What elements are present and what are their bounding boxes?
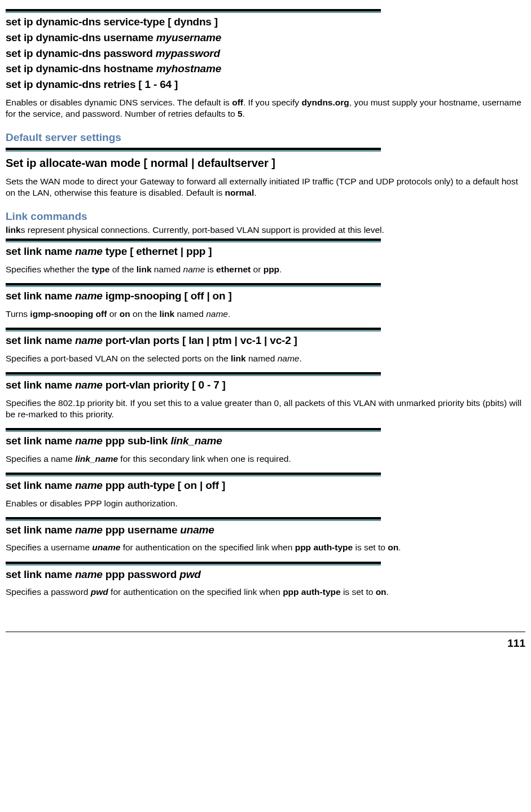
- t: uname: [92, 542, 120, 552]
- t: is set to: [341, 587, 376, 597]
- desc-link-auth: Enables or disables PPP login authorizat…: [6, 498, 525, 509]
- head-link-commands: Link commands: [6, 210, 525, 223]
- t: Specifies a password: [6, 587, 91, 597]
- t: on: [376, 587, 387, 597]
- t: set link name: [6, 334, 75, 346]
- t: of the: [109, 264, 136, 274]
- param: link_name: [170, 435, 222, 447]
- t: set link name: [6, 435, 75, 447]
- t: for authentication on the specified link…: [108, 587, 283, 597]
- t: or: [107, 309, 119, 319]
- cmd-link-sublink: set link name name ppp sub-link link_nam…: [6, 434, 525, 448]
- cmd-link-auth: set link name name ppp auth-type [ on | …: [6, 479, 525, 492]
- param: name: [75, 435, 103, 447]
- desc-link-type: Specifies whether the type of the link n…: [6, 264, 525, 275]
- param: myusername: [156, 32, 221, 43]
- desc-link-pwd: Specifies a password pwd for authenticat…: [6, 586, 525, 598]
- t: set link name: [6, 379, 75, 391]
- t: named: [152, 264, 183, 274]
- t: .: [299, 354, 301, 363]
- text: set ip dynamic-dns hostname: [6, 63, 156, 74]
- t: set link name: [6, 568, 75, 580]
- link-intro: links represent physical connections. Cu…: [6, 224, 525, 235]
- section-rule: [6, 9, 381, 13]
- cmd-dns-retries: set ip dynamic-dns retries [ 1 - 64 ]: [6, 78, 525, 91]
- t: named: [246, 354, 278, 363]
- cmd-dns-service: set ip dynamic-dns service-type [ dyndns…: [6, 15, 525, 29]
- t: set link name: [6, 290, 75, 302]
- param: name: [75, 379, 103, 391]
- t: Specifies a name: [6, 454, 75, 464]
- t: igmp-snooping [ off | on ]: [103, 290, 232, 302]
- head-default-server: Default server settings: [6, 131, 525, 144]
- desc-link-priority: Specifies the 802.1p priority bit. If yo…: [6, 398, 525, 420]
- section-rule: [6, 562, 381, 566]
- t: Specifies whether the: [6, 264, 92, 274]
- t: name: [183, 264, 205, 274]
- cmd-link-pwd: set link name name ppp password pwd: [6, 568, 525, 581]
- t: link: [231, 354, 246, 363]
- t: on the: [130, 309, 160, 319]
- t: name: [278, 354, 300, 363]
- t: igmp-snooping off: [30, 309, 107, 319]
- section-rule: [6, 328, 381, 332]
- desc-link-ports: Specifies a port-based VLAN on the selec…: [6, 353, 525, 364]
- cmd-dns-password: set ip dynamic-dns password mypassword: [6, 47, 525, 60]
- t: ethernet: [216, 264, 251, 274]
- t: Specifies a port-based VLAN on the selec…: [6, 354, 231, 363]
- t: link_name: [75, 454, 118, 464]
- desc-dns: Enables or disables dynamic DNS services…: [6, 97, 525, 120]
- t: s represent physical connections. Curren…: [21, 225, 384, 235]
- section-rule: [6, 283, 381, 287]
- section-rule: [6, 517, 381, 521]
- param: name: [75, 334, 103, 346]
- t: port-vlan ports [ lan | ptm | vc-1 | vc-…: [103, 334, 297, 346]
- text: set ip dynamic-dns password: [6, 47, 156, 59]
- param: uname: [180, 524, 214, 536]
- t: is set to: [353, 542, 388, 552]
- t: set link name: [6, 479, 75, 491]
- footer-rule: [6, 632, 525, 632]
- t: for this secondary link when one is requ…: [118, 454, 291, 464]
- section-rule: [6, 473, 381, 476]
- t: name: [206, 309, 228, 319]
- param: name: [75, 479, 103, 491]
- t: type: [92, 264, 110, 274]
- param: name: [75, 524, 103, 536]
- cmd-link-type: set link name name type [ ethernet | ppp…: [6, 245, 525, 258]
- t: .: [279, 264, 282, 274]
- t: .: [398, 542, 401, 552]
- t: .: [228, 309, 230, 319]
- t: ppp auth-type [ on | off ]: [103, 479, 225, 491]
- t: set link name: [6, 524, 75, 536]
- desc-allocate-wan: Sets the WAN mode to direct your Gateway…: [6, 176, 525, 198]
- t: ppp username: [103, 524, 181, 536]
- param: name: [75, 245, 103, 257]
- t: ppp: [264, 264, 279, 274]
- desc-link-user: Specifies a username uname for authentic…: [6, 542, 525, 553]
- section-rule: [6, 239, 381, 242]
- t: on: [120, 309, 130, 319]
- param: name: [75, 568, 103, 580]
- param: name: [75, 290, 103, 302]
- t: is: [205, 264, 216, 274]
- cmd-link-igmp: set link name name igmp-snooping [ off |…: [6, 289, 525, 303]
- t: named: [174, 309, 206, 319]
- desc-link-igmp: Turns igmp-snooping off or on on the lin…: [6, 308, 525, 320]
- t: .: [254, 188, 256, 197]
- cmd-link-ports: set link name name port-vlan ports [ lan…: [6, 334, 525, 347]
- cmd-link-priority: set link name name port-vlan priority [ …: [6, 378, 525, 392]
- t: normal: [225, 188, 254, 197]
- t: . If you specify: [243, 98, 301, 107]
- param: mypassword: [156, 47, 220, 59]
- t: Enables or disables dynamic DNS services…: [6, 98, 232, 107]
- t: off: [232, 98, 243, 107]
- t: ppp password: [103, 568, 180, 580]
- t: Specifies a username: [6, 542, 92, 552]
- param: pwd: [179, 568, 200, 580]
- t: link: [137, 264, 152, 274]
- cmd-dns-username: set ip dynamic-dns username myusername: [6, 31, 525, 45]
- text: set ip dynamic-dns username: [6, 32, 156, 43]
- t: 5: [238, 109, 243, 118]
- page-number: 111: [6, 637, 525, 650]
